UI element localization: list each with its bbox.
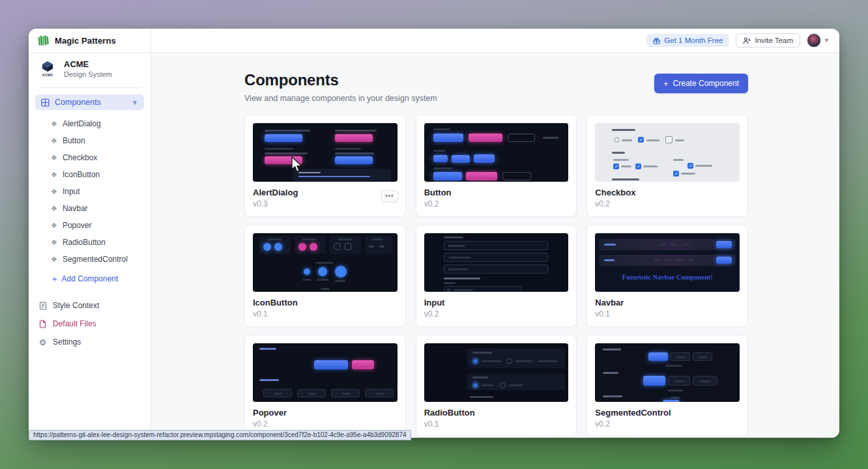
thumb-label	[643, 165, 658, 167]
thumb-button	[365, 389, 394, 397]
invite-team-button[interactable]: Invite Team	[736, 33, 800, 48]
org-subtitle: Design System	[64, 70, 112, 78]
component-icon: ❖	[51, 121, 57, 128]
thumb-caption	[612, 152, 625, 154]
org-switcher[interactable]: ACME ACME Design System	[29, 53, 151, 83]
sidebar-item-label: Navbar	[63, 204, 88, 213]
main-area: Get 1 Month Free Invite Team ▼ Component…	[151, 29, 839, 438]
add-component-button[interactable]: + Add Component	[29, 270, 151, 287]
thumb-pill	[433, 155, 448, 162]
card-button[interactable]: Button v0.2	[416, 115, 577, 217]
thumb-segment	[668, 376, 690, 386]
thumb-caption	[671, 397, 680, 399]
sidebar-item-settings[interactable]: ⚙ Settings	[29, 333, 151, 351]
thumb-checkbox	[615, 137, 619, 142]
thumb-iconbutton	[369, 246, 374, 248]
thumb-caption	[472, 352, 492, 354]
thumb-caption	[265, 152, 308, 154]
link-preview-statusbar: https://patterns-git-alex-lee-design-sys…	[29, 430, 411, 440]
sidebar-item-segmentedcontrol[interactable]: ❖SegmentedControl	[29, 251, 151, 268]
magic-patterns-logo-icon	[37, 34, 50, 47]
sidebar-item-components[interactable]: Components ▼	[35, 94, 144, 110]
org-name: ACME	[64, 59, 112, 69]
card-more-button[interactable]: •••	[381, 190, 398, 202]
sidebar-item-popover[interactable]: ❖Popover	[29, 217, 151, 234]
card-version: v0.1	[253, 309, 398, 319]
thumb-search-field	[444, 286, 522, 292]
sidebar-item-navbar[interactable]: ❖Navbar	[29, 200, 151, 217]
thumb-caption	[259, 379, 279, 381]
thumb-label	[509, 384, 523, 386]
thumb-caption	[317, 279, 328, 281]
gear-icon: ⚙	[38, 337, 47, 347]
sidebar-components-label: Components	[55, 98, 101, 107]
thumb-caption	[302, 238, 317, 240]
account-menu[interactable]: ▼	[807, 33, 830, 48]
thumb-segment-active	[648, 352, 668, 361]
sidebar-item-label: AlertDialog	[63, 119, 101, 128]
thumb-pill	[352, 360, 374, 369]
sidebar-item-style-context[interactable]: Style Context	[29, 296, 151, 315]
thumb-label	[681, 173, 695, 175]
thumb-caption	[335, 148, 361, 150]
plus-icon: +	[663, 79, 669, 88]
card-iconbutton[interactable]: IconButton v0.1	[244, 225, 406, 327]
style-context-label: Style Context	[53, 301, 99, 310]
thumb-caption	[433, 150, 445, 152]
thumb-segment	[693, 352, 712, 361]
thumb-checkbox-checked	[613, 163, 619, 169]
sidebar-item-button[interactable]: ❖Button	[29, 132, 151, 149]
sidebar-item-alertdialog[interactable]: ❖AlertDialog	[29, 115, 151, 132]
thumb-pill	[469, 134, 502, 142]
sidebar-item-checkbox[interactable]: ❖Checkbox	[29, 149, 151, 166]
thumb-caption	[335, 152, 374, 154]
sidebar-item-label: Popover	[63, 221, 92, 230]
thumb-pill	[452, 155, 470, 163]
component-icon: ❖	[51, 188, 57, 195]
thumb-nav-link	[671, 244, 678, 246]
card-segmentedcontrol[interactable]: SegmentedControl v0.2	[586, 335, 748, 437]
thumb-iconbutton	[304, 268, 310, 275]
sidebar-item-label: RadioButton	[63, 238, 106, 247]
thumb-label	[482, 360, 501, 362]
alertdialog-thumbnail	[253, 123, 398, 182]
chevron-down-icon: ▼	[132, 99, 138, 106]
thumb-radio-selected	[472, 358, 478, 364]
thumb-nav-brand	[604, 244, 616, 246]
sidebar-item-radiobutton[interactable]: ❖RadioButton	[29, 234, 151, 251]
sidebar-divider	[38, 87, 141, 88]
person-plus-icon	[743, 37, 751, 44]
thumb-ghost-button	[543, 137, 558, 139]
sidebar-item-iconbutton[interactable]: ❖IconButton	[29, 166, 151, 183]
thumb-iconbutton	[345, 243, 351, 250]
thumb-button	[263, 389, 292, 397]
get-month-free-button[interactable]: Get 1 Month Free	[646, 34, 729, 47]
card-navbar[interactable]: Futuristic Navbar Component! Navbar v0.1	[586, 225, 748, 327]
card-version: v0.1	[424, 419, 569, 429]
thumb-checkbox	[665, 136, 673, 143]
grid-icon	[41, 98, 50, 107]
thumb-label	[613, 159, 629, 161]
card-version: v0.2	[424, 309, 569, 319]
card-input[interactable]: Input v0.2	[416, 225, 577, 327]
thumb-pill	[335, 156, 373, 164]
card-name: Navbar	[595, 298, 740, 308]
card-name: Button	[424, 188, 569, 198]
create-component-button[interactable]: + Create Component	[654, 74, 748, 93]
acme-logo-caption: ACME	[42, 73, 53, 77]
thumb-caption	[444, 236, 463, 238]
thumb-panel	[467, 373, 565, 390]
sidebar-item-input[interactable]: ❖Input	[29, 183, 151, 200]
thumb-placeholder	[454, 289, 473, 291]
card-popover[interactable]: Popover v0.2	[244, 335, 406, 437]
card-alertdialog[interactable]: AlertDialog v0.3 •••	[244, 115, 406, 217]
sidebar-item-default-files[interactable]: Default Files	[29, 315, 151, 333]
brand-header: Magic Patterns	[29, 29, 151, 53]
thumb-caption	[265, 130, 310, 132]
thumb-checkbox-checked	[673, 171, 679, 177]
card-checkbox[interactable]: Checkbox v0.2	[586, 115, 748, 217]
navbar-thumbnail: Futuristic Navbar Component!	[595, 233, 740, 292]
checkbox-thumbnail	[595, 123, 740, 182]
card-radiobutton[interactable]: RadioButton v0.1	[416, 335, 577, 437]
thumb-placeholder	[448, 268, 468, 270]
